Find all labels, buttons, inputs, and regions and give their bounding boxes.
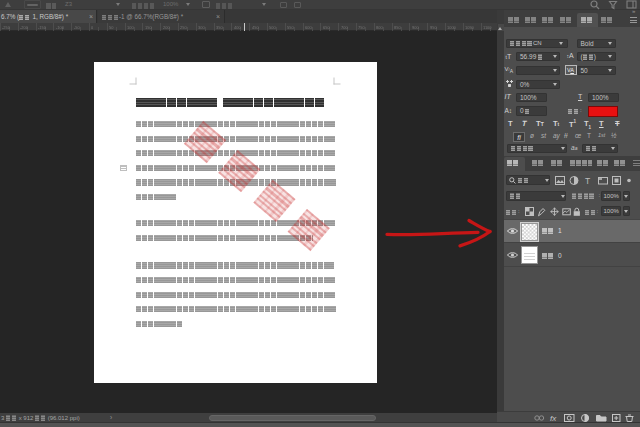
svg-text:T: T	[585, 176, 590, 185]
svg-text:fx: fx	[550, 414, 557, 422]
